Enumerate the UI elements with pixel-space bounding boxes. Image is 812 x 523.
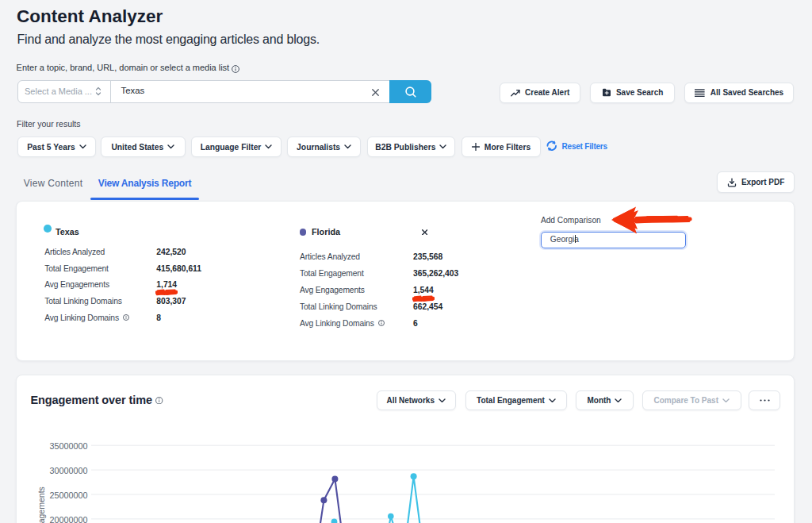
svg-text:25000000: 25000000 xyxy=(49,490,87,500)
svg-text:30000000: 30000000 xyxy=(49,466,87,475)
svg-text:35000000: 35000000 xyxy=(49,441,87,451)
svg-text:20000000: 20000000 xyxy=(49,515,87,523)
svg-text:Engagements: Engagements xyxy=(36,486,46,523)
